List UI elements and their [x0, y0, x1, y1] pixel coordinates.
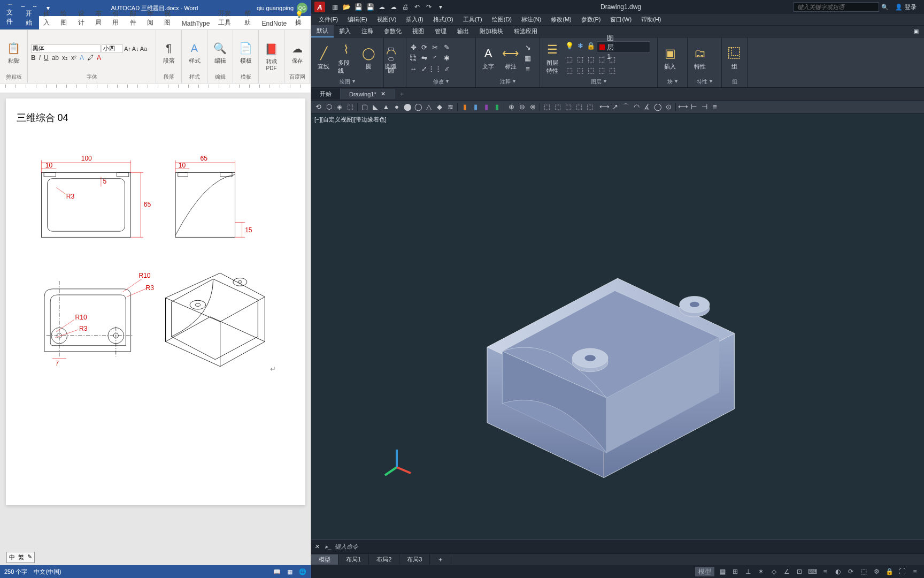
- menu-file[interactable]: 文件(F): [314, 14, 342, 25]
- menu-format[interactable]: 格式(O): [429, 14, 458, 25]
- font-color-icon[interactable]: A: [97, 54, 101, 62]
- layer-match-icon[interactable]: ⬚: [565, 55, 574, 64]
- font-size-select[interactable]: [102, 44, 123, 53]
- layer-on-icon[interactable]: 💡: [565, 41, 574, 51]
- cad-login[interactable]: 👤登录: [891, 3, 921, 11]
- menu-dim[interactable]: 标注(N): [517, 14, 545, 25]
- tab-mail[interactable]: 邮件: [126, 7, 143, 29]
- array-icon[interactable]: ⋮⋮: [430, 64, 440, 74]
- cad-viewport[interactable]: [−][自定义视图][带边缘着色]: [311, 113, 924, 539]
- fillet-icon[interactable]: ◜: [430, 54, 440, 63]
- custom-icon[interactable]: ≡: [910, 567, 920, 576]
- layer-dropdown[interactable]: 图层1: [597, 41, 650, 53]
- qat-more-icon[interactable]: ▾: [436, 3, 445, 11]
- new-icon[interactable]: ▥: [330, 3, 339, 11]
- ortho-icon[interactable]: ⊥: [743, 567, 753, 576]
- ribtab-output[interactable]: 输出: [452, 26, 474, 37]
- tab-view[interactable]: 视图: [160, 7, 177, 29]
- menu-help[interactable]: 帮助(H): [637, 14, 665, 25]
- cloud-open-icon[interactable]: ☁: [378, 3, 386, 11]
- rect-icon[interactable]: ▭: [386, 43, 396, 53]
- cmd-close-icon[interactable]: ✕: [314, 543, 322, 551]
- layout-model[interactable]: 模型: [311, 554, 338, 565]
- dyn-input-icon[interactable]: ⌨: [807, 567, 817, 576]
- polar-icon[interactable]: ✶: [756, 567, 766, 576]
- 3dsnap-icon[interactable]: ⬚: [859, 567, 868, 576]
- rotate-icon[interactable]: ⟳: [419, 43, 429, 52]
- mtext-icon[interactable]: ≡: [523, 64, 533, 74]
- ribtab-view[interactable]: 视图: [407, 26, 429, 37]
- highlight-icon[interactable]: 🖍: [87, 54, 94, 62]
- copy-icon[interactable]: ⿻: [409, 54, 418, 63]
- close-tab-icon[interactable]: ✕: [381, 90, 386, 97]
- menu-modify[interactable]: 修改(M): [546, 14, 576, 25]
- view-readmode-icon[interactable]: 📖: [273, 568, 281, 575]
- layout-3[interactable]: 布局3: [399, 554, 430, 565]
- transparency-icon[interactable]: ◐: [833, 567, 843, 576]
- menu-draw[interactable]: 绘图(D): [488, 14, 516, 25]
- tab-insert[interactable]: 插入: [39, 7, 56, 29]
- circle-button[interactable]: ◯圆: [358, 44, 379, 72]
- new-tab-button[interactable]: ＋: [395, 88, 409, 100]
- saveas-icon[interactable]: 💾: [366, 3, 374, 11]
- leader-icon[interactable]: ↘: [523, 43, 533, 52]
- tab-home[interactable]: 开始: [21, 7, 38, 29]
- stretch-icon[interactable]: ↔: [409, 64, 418, 74]
- cad-search-input[interactable]: [794, 2, 879, 12]
- cad-command-line[interactable]: ✕ ▸_ 键入命令: [311, 539, 924, 553]
- osnap-icon[interactable]: ◇: [769, 567, 779, 576]
- change-case-icon[interactable]: Aa: [140, 45, 147, 52]
- superscript-button[interactable]: x²: [71, 54, 76, 62]
- shrink-font-icon[interactable]: A↓: [132, 45, 139, 52]
- pdf-button[interactable]: 📕转成 PDF: [262, 41, 281, 72]
- edit-button[interactable]: 🔍编辑: [211, 40, 230, 66]
- subtract-icon[interactable]: ⊖: [517, 102, 527, 112]
- tab-endnote[interactable]: EndNote: [258, 18, 291, 29]
- tab-help[interactable]: 帮助: [240, 7, 257, 29]
- line-button[interactable]: ╱直线: [313, 44, 334, 72]
- tab-file[interactable]: 文件: [0, 5, 21, 29]
- paragraph-button[interactable]: ¶段落: [159, 40, 179, 66]
- italic-button[interactable]: I: [39, 54, 41, 62]
- sphere-icon[interactable]: ●: [392, 102, 402, 112]
- menu-edit[interactable]: 编辑(E): [343, 14, 372, 25]
- ribtab-manage[interactable]: 管理: [429, 26, 452, 37]
- open-icon[interactable]: 📂: [342, 3, 351, 11]
- tab-mathtype[interactable]: MathType: [178, 18, 214, 29]
- menu-window[interactable]: 窗口(W): [606, 14, 636, 25]
- tab-review[interactable]: 审阅: [143, 7, 160, 29]
- search-icon[interactable]: 🔍: [881, 4, 889, 11]
- wedge-icon[interactable]: ◣: [371, 102, 380, 112]
- layer-freeze-icon[interactable]: ❄: [575, 41, 585, 51]
- ribtab-default[interactable]: 默认: [311, 25, 334, 37]
- intersect-icon[interactable]: ⊗: [528, 102, 537, 112]
- fullscreen-icon[interactable]: ⛶: [897, 567, 907, 576]
- menu-tools[interactable]: 工具(T): [459, 14, 487, 25]
- menu-insert[interactable]: 插入(I): [402, 14, 427, 25]
- bold-button[interactable]: B: [31, 54, 36, 62]
- text-effects-icon[interactable]: A: [80, 54, 84, 62]
- dynucs-icon[interactable]: ⊡: [795, 567, 804, 576]
- word-document-area[interactable]: 三维综合 04: [0, 93, 311, 565]
- ellipse-icon[interactable]: ⬭: [386, 54, 396, 64]
- erase-icon[interactable]: ✎: [442, 43, 451, 52]
- mirror-icon[interactable]: ⇋: [419, 54, 429, 63]
- tab-drawing1[interactable]: Drawing1*✕: [341, 89, 395, 99]
- baidu-button[interactable]: ☁保存: [288, 40, 307, 66]
- workspace-icon[interactable]: ⚙: [872, 567, 881, 576]
- offset-icon[interactable]: ⫽: [442, 64, 451, 74]
- word-username[interactable]: qiu guangping: [257, 5, 294, 11]
- undo-icon[interactable]: ↶: [413, 3, 421, 11]
- language-status[interactable]: 中文(中国): [34, 568, 61, 576]
- dim-button[interactable]: ⟷标注: [500, 44, 521, 72]
- cloud-save-icon[interactable]: ☁: [389, 3, 398, 11]
- grid-icon[interactable]: ▦: [718, 567, 727, 576]
- cone-icon[interactable]: ▲: [381, 102, 391, 112]
- polyline-button[interactable]: ⌇多段线: [336, 41, 356, 76]
- print-icon[interactable]: 🖨: [401, 3, 410, 11]
- ribtab-addon[interactable]: 附加模块: [474, 26, 509, 37]
- view-web-icon[interactable]: 🌐: [299, 568, 306, 575]
- autocad-logo-icon[interactable]: A: [314, 2, 325, 12]
- tab-start[interactable]: 开始: [311, 88, 341, 100]
- ribbon-collapse-icon[interactable]: ▣: [908, 26, 924, 36]
